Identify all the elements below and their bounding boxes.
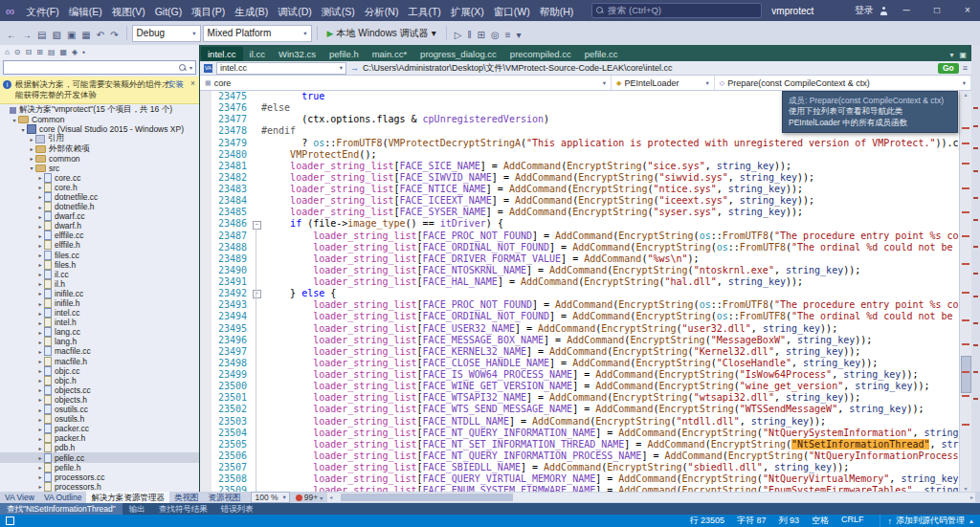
scroll-right-icon[interactable]: ▸ [970,493,973,502]
expander-icon[interactable]: ▾ [11,117,18,123]
document-tab[interactable]: main.cc* [366,47,413,61]
tree-item[interactable]: ▸core.h [0,183,199,192]
tree-item[interactable]: ▸intel.h [0,318,199,327]
code-line[interactable]: loader_string_list[FACE_MESSAGE_BOX_NAME… [261,335,959,346]
expander-icon[interactable]: ▸ [36,261,44,268]
expander-icon[interactable]: ▸ [36,174,44,181]
code-line[interactable]: if (file->image_type() == itDriver) { [261,218,959,230]
annotation-strip[interactable] [971,45,980,492]
code-line[interactable]: loader_string_list[FACE_IS_WOW64_PROCESS… [261,369,959,381]
expander-icon[interactable]: ▸ [36,329,44,336]
tree-item[interactable]: ▸inifile.h [0,298,199,308]
type-dropdown[interactable]: ◆ PEIntelLoader▾ [612,76,715,90]
home-icon[interactable]: ⌂ [5,48,10,56]
code-line[interactable]: loader_string_list[FACE_WINE_GET_VERSION… [261,381,959,392]
scroll-left-icon[interactable]: ◂ [329,493,332,502]
code-line[interactable]: VMProtectEnd(); [261,149,959,161]
tree-item[interactable]: ▸dotnetfile.h [0,202,199,211]
collapse-marker-icon[interactable]: − [253,290,261,298]
code-line[interactable]: loader_string_list[FACE_NTICE_NAME] = Ad… [261,184,959,195]
tree-item[interactable]: ▾src [0,164,199,173]
menu-item[interactable]: 窗口(W) [489,6,535,17]
tree-item[interactable]: ▸processors.cc [0,472,199,482]
bottom-panel-tab[interactable]: 错误列表 [214,503,260,515]
float-window-icon[interactable]: ▣ [959,51,967,59]
maximize-button[interactable]: □ [924,0,949,21]
expander-icon[interactable]: ▸ [36,435,44,442]
expander-icon[interactable]: ▸ [36,204,44,210]
collapse-all-icon[interactable]: ⊟ [26,48,33,56]
code-line[interactable]: loader_string_list[FACE_NTOSKRNL_NAME] =… [261,265,959,276]
menu-item[interactable]: 测试(S) [317,6,360,17]
expander-icon[interactable]: ▸ [36,464,44,471]
scrollbar-thumb[interactable] [341,494,513,501]
tree-item[interactable]: ▸osutils.cc [0,405,199,414]
minimize-button[interactable]: ─ [894,0,919,21]
menu-item[interactable]: 分析(N) [360,6,404,17]
code-line[interactable]: loader_string_list[FACE_PROC_NOT_FOUND] … [261,299,959,311]
expander-icon[interactable]: ▸ [36,396,44,403]
nav-back-icon[interactable]: ← [4,30,19,40]
expander-icon[interactable]: ▸ [36,339,44,345]
breakpoint-margin[interactable] [200,91,212,492]
code-line[interactable]: loader_string_list[FACE_ICEEXT_NAME] = A… [261,195,959,207]
code-line[interactable]: loader_string_list[FACE_NT_QUERY_INFORMA… [261,450,959,462]
tree-item[interactable]: ▸pefile.cc [0,452,199,462]
code-line[interactable]: loader_string_list[FACE_WTSAPI32_NAME] =… [261,392,959,404]
expander-icon[interactable]: ▸ [36,310,44,317]
member-dropdown[interactable]: ◇ Prepare(const CompileContext & ctx)▾ [715,76,971,90]
tree-item[interactable]: ▸macfile.h [0,357,199,366]
tree-item[interactable]: ▸objc.h [0,376,199,385]
expander-icon[interactable]: ▸ [36,483,44,490]
tree-item[interactable]: ▸intel.cc [0,308,199,318]
bottom-panel-tab[interactable]: 输出 [122,503,152,515]
expander-icon[interactable]: ▸ [36,300,44,307]
new-file-icon[interactable]: ▤ [34,30,49,40]
tree-item[interactable]: ▸pdb.h [0,443,199,452]
tree-item[interactable]: ▸packer.h [0,433,199,443]
file-health-badge[interactable]: 99+ [304,493,318,502]
expander-icon[interactable]: ▸ [36,271,44,277]
code-line[interactable]: loader_string_list[FACE_SYSER_NAME] = Ad… [261,207,959,218]
tree-item[interactable]: ▸objects.cc [0,385,199,395]
code-line[interactable]: loader_string_list[FACE_NTDLL_NAME] = Ad… [261,416,959,428]
code-line[interactable]: loader_string_list[FACE_HAL_NAME] = AddC… [261,276,959,288]
tree-item[interactable]: ▸dotnetfile.cc [0,192,199,202]
expander-icon[interactable]: ▸ [36,386,44,393]
tree-item[interactable]: ▸elffile.cc [0,231,199,240]
menu-item[interactable]: 生成(B) [230,6,273,17]
project-dropdown[interactable]: ▦ core▾ [200,76,612,90]
code-line[interactable]: loader_string_list[FACE_DRIVER_FORMAT_VA… [261,253,959,265]
tree-item[interactable]: ▸packer.cc [0,424,199,433]
scrollbar-thumb[interactable] [961,356,971,394]
menu-item[interactable]: 扩展(X) [446,6,489,17]
close-icon[interactable]: × [190,78,195,89]
tree-item[interactable]: ▸files.cc [0,251,199,260]
tree-item[interactable]: ▸osutils.h [0,414,199,424]
nav-forward-icon[interactable]: → [19,30,34,40]
document-tab[interactable]: progress_dialog.cc [413,47,503,61]
code-line[interactable]: loader_string_list[FACE_KERNEL32_NAME] =… [261,346,959,358]
document-tab[interactable]: Win32.cs [272,47,323,61]
tree-item[interactable]: ▾Common [0,115,199,124]
properties-icon[interactable]: ▤ [48,48,56,56]
close-button[interactable]: × [955,0,980,21]
bottom-panel-tab[interactable]: 查找符号结果 [152,503,214,515]
undo-icon[interactable]: ↶ [94,30,107,40]
panel-tab[interactable]: 资源视图 [203,492,245,503]
scroll-up-icon[interactable]: ▴ [960,91,971,98]
code-line[interactable]: loader_string_list[FACE_WTS_SEND_MESSAGE… [261,404,959,415]
expander-icon[interactable]: ▸ [36,280,44,287]
expander-icon[interactable]: ▸ [36,416,44,423]
expander-icon[interactable]: ▸ [36,377,44,384]
solution-search-input[interactable]: ▾ [3,60,196,75]
expander-icon[interactable]: ▸ [36,223,44,230]
panel-tab[interactable]: VA View [0,492,39,503]
code-line[interactable]: loader_string_list[FACE_ENUM_SYSTEM_FIRM… [261,485,959,492]
tree-item[interactable]: ▸elffile.h [0,240,199,250]
panel-tab[interactable]: 类视图 [169,492,204,503]
expander-icon[interactable]: ▸ [28,145,35,152]
tree-item[interactable]: ▸外部依赖项 [0,143,199,153]
tree-item[interactable]: 解决方案"vmprotect"(15 个项目，共 16 个) [0,105,199,115]
menu-item[interactable]: 调试(D) [273,6,317,17]
